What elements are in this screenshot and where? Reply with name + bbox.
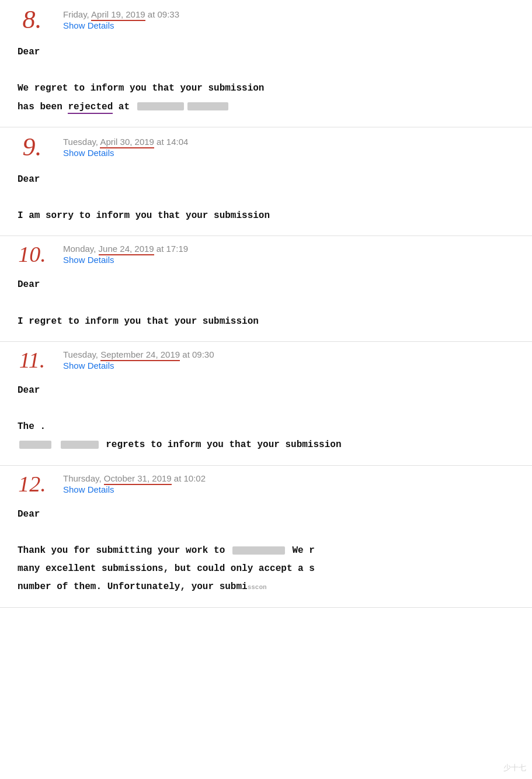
- email-date-10: Monday, June 24, 2019 at 17:19: [63, 244, 188, 254]
- email-body-9: Dear I am sorry to inform you that your …: [0, 166, 532, 236]
- email-entry-10: 10. Monday, June 24, 2019 at 17:19 Show …: [0, 236, 532, 342]
- show-details-8[interactable]: Show Details: [63, 20, 179, 30]
- email-date-underline-12: October 31, 2019: [104, 473, 172, 485]
- email-date-underline-11: September 24, 2019: [100, 349, 180, 361]
- email-meta-8: Friday, April 19, 2019 at 09:33 Show Det…: [63, 9, 179, 30]
- body-line-12-2: Thank you for submitting your work to We…: [18, 543, 514, 559]
- body-line-11-3: regrets to inform you that your submissi…: [18, 437, 514, 453]
- email-meta-10: Monday, June 24, 2019 at 17:19 Show Deta…: [63, 244, 188, 265]
- body-line-11-2: The .: [18, 419, 514, 435]
- show-details-12[interactable]: Show Details: [63, 484, 206, 494]
- email-header-9: 9. Tuesday, April 30, 2019 at 14:04 Show…: [0, 127, 532, 166]
- show-details-9[interactable]: Show Details: [63, 148, 188, 158]
- email-body-10: Dear I regret to inform you that your su…: [0, 271, 532, 341]
- redacted-12-1: [232, 546, 285, 555]
- body-line-8-3: has been rejected at: [18, 99, 514, 115]
- email-number-11: 11.: [12, 349, 53, 371]
- email-body-11: Dear The . regrets to inform you that yo…: [0, 377, 532, 465]
- redacted-11-2: [61, 441, 99, 449]
- email-entry-8: 8. Friday, April 19, 2019 at 09:33 Show …: [0, 0, 532, 127]
- greeting-12: Dear: [18, 507, 514, 522]
- show-details-11[interactable]: Show Details: [63, 361, 214, 371]
- body-line-10-1: [18, 296, 514, 311]
- body-line-12-1: [18, 525, 514, 541]
- email-body-8: Dear We regret to inform you that your s…: [0, 39, 532, 127]
- email-date-8: Friday, April 19, 2019 at 09:33: [63, 9, 179, 19]
- email-number-12: 12.: [12, 473, 53, 495]
- email-entry-9: 9. Tuesday, April 30, 2019 at 14:04 Show…: [0, 127, 532, 237]
- body-line-8-2: We regret to inform you that your submis…: [18, 81, 514, 96]
- body-line-9-2: I am sorry to inform you that your submi…: [18, 208, 514, 224]
- email-date-underline-10: June 24, 2019: [99, 244, 154, 255]
- greeting-11: Dear: [18, 383, 514, 399]
- body-line-12-4: number of them. Unfortunately, your subm…: [18, 579, 514, 595]
- greeting-8: Dear: [18, 44, 514, 60]
- email-date-underline-9: April 30, 2019: [100, 137, 154, 148]
- body-line-12-3: many excellent submissions, but could on…: [18, 561, 514, 577]
- redacted-11-1: [19, 441, 51, 449]
- email-header-10: 10. Monday, June 24, 2019 at 17:19 Show …: [0, 236, 532, 271]
- email-entry-11: 11. Tuesday, September 24, 2019 at 09:30…: [0, 342, 532, 466]
- email-date-11: Tuesday, September 24, 2019 at 09:30: [63, 349, 214, 359]
- email-date-underline-8: April 19, 2019: [91, 9, 145, 21]
- email-date-9: Tuesday, April 30, 2019 at 14:04: [63, 137, 188, 147]
- email-meta-12: Thursday, October 31, 2019 at 10:02 Show…: [63, 473, 206, 494]
- show-details-10[interactable]: Show Details: [63, 255, 188, 265]
- greeting-10: Dear: [18, 277, 514, 293]
- email-header-12: 12. Thursday, October 31, 2019 at 10:02 …: [0, 466, 532, 501]
- email-number-10: 10.: [12, 243, 53, 265]
- redacted-1: [137, 102, 184, 110]
- email-number-9: 9.: [12, 134, 53, 160]
- watermark: 少十七: [503, 763, 526, 773]
- body-line-11-1: [18, 401, 514, 417]
- email-body-12: Dear Thank you for submitting your work …: [0, 501, 532, 607]
- email-date-12: Thursday, October 31, 2019 at 10:02: [63, 473, 206, 483]
- greeting-9: Dear: [18, 172, 514, 188]
- email-meta-11: Tuesday, September 24, 2019 at 09:30 Sho…: [63, 349, 214, 371]
- email-meta-9: Tuesday, April 30, 2019 at 14:04 Show De…: [63, 137, 188, 158]
- body-line-8-1: [18, 63, 514, 78]
- email-header-8: 8. Friday, April 19, 2019 at 09:33 Show …: [0, 0, 532, 39]
- rejected-underline: rejected: [68, 102, 113, 114]
- watermark-text: sscon: [248, 584, 267, 591]
- email-number-8: 8.: [12, 7, 53, 33]
- body-line-10-2: I regret to inform you that your submiss…: [18, 314, 514, 330]
- body-line-9-1: [18, 190, 514, 206]
- redacted-2: [187, 102, 228, 110]
- email-entry-12: 12. Thursday, October 31, 2019 at 10:02 …: [0, 466, 532, 608]
- email-header-11: 11. Tuesday, September 24, 2019 at 09:30…: [0, 342, 532, 377]
